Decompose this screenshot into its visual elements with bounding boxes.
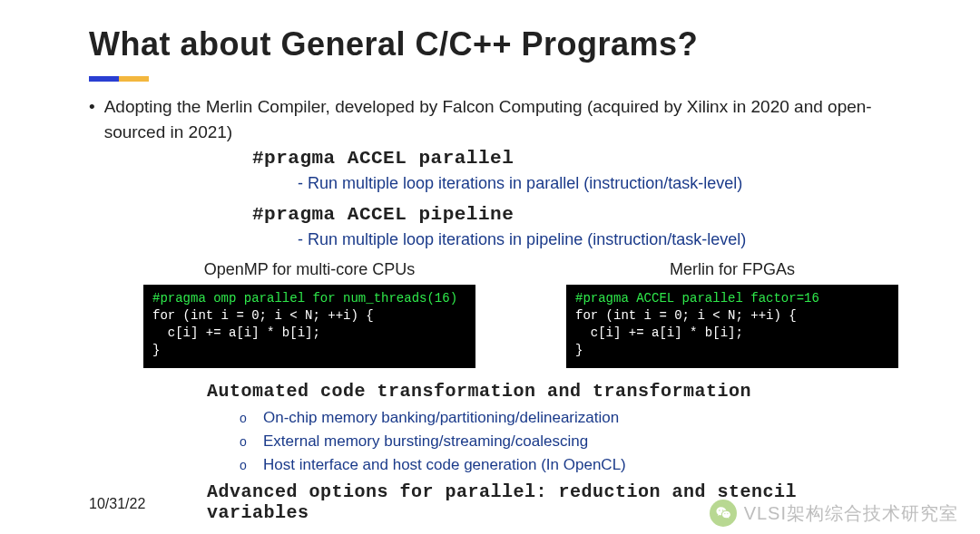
pragma-pipeline-desc: - Run multiple loop iterations in pipeli… — [298, 230, 898, 249]
openmp-code-body: for (int i = 0; i < N; ++i) { c[i] += a[… — [152, 308, 374, 357]
main-bullet: • Adopting the Merlin Compiler, develope… — [89, 94, 897, 144]
title-underline — [89, 76, 149, 82]
openmp-column: OpenMP for multi-core CPUs #pragma omp p… — [143, 260, 475, 368]
circle-bullet-icon: o — [240, 434, 252, 449]
circle-bullet-icon: o — [240, 411, 252, 425]
auto-item-text: Host interface and host code generation … — [263, 456, 626, 474]
slide: What about General C/C++ Programs? • Ado… — [0, 0, 980, 523]
list-item: o On-chip memory banking/partitioning/de… — [240, 409, 898, 427]
auto-section: Automated code transformation and transf… — [207, 381, 898, 474]
pragma-pipeline: #pragma ACCEL pipeline — [252, 204, 898, 225]
auto-item-text: External memory bursting/streaming/coale… — [263, 432, 588, 451]
circle-bullet-icon: o — [240, 458, 252, 472]
merlin-code-pragma: #pragma ACCEL parallel factor=16 — [575, 291, 819, 306]
openmp-title: OpenMP for multi-core CPUs — [143, 260, 475, 279]
slide-date: 10/31/22 — [89, 496, 145, 512]
wechat-icon — [710, 500, 737, 527]
watermark-text: VLSI架构综合技术研究室 — [744, 501, 958, 526]
merlin-code: #pragma ACCEL parallel factor=16 for (in… — [566, 285, 898, 368]
bullet-dot-icon: • — [89, 94, 95, 144]
pragma-section: #pragma ACCEL parallel - Run multiple lo… — [252, 148, 898, 249]
list-item: o Host interface and host code generatio… — [240, 456, 898, 474]
merlin-column: Merlin for FPGAs #pragma ACCEL parallel … — [566, 260, 898, 368]
pragma-parallel-desc: - Run multiple loop iterations in parall… — [298, 174, 898, 193]
auto-heading: Automated code transformation and transf… — [207, 381, 898, 402]
list-item: o External memory bursting/streaming/coa… — [240, 432, 898, 451]
bullet-text: Adopting the Merlin Compiler, developed … — [104, 94, 897, 144]
merlin-code-body: for (int i = 0; i < N; ++i) { c[i] += a[… — [575, 308, 797, 357]
watermark: VLSI架构综合技术研究室 — [710, 500, 958, 527]
auto-list: o On-chip memory banking/partitioning/de… — [240, 409, 898, 474]
code-columns: OpenMP for multi-core CPUs #pragma omp p… — [143, 260, 898, 368]
openmp-code-pragma: #pragma omp parallel for num_threads(16) — [152, 291, 457, 306]
openmp-code: #pragma omp parallel for num_threads(16)… — [143, 285, 475, 368]
merlin-title: Merlin for FPGAs — [566, 260, 898, 279]
page-title: What about General C/C++ Programs? — [89, 25, 898, 63]
pragma-parallel: #pragma ACCEL parallel — [252, 148, 898, 169]
auto-item-text: On-chip memory banking/partitioning/deli… — [263, 409, 619, 427]
